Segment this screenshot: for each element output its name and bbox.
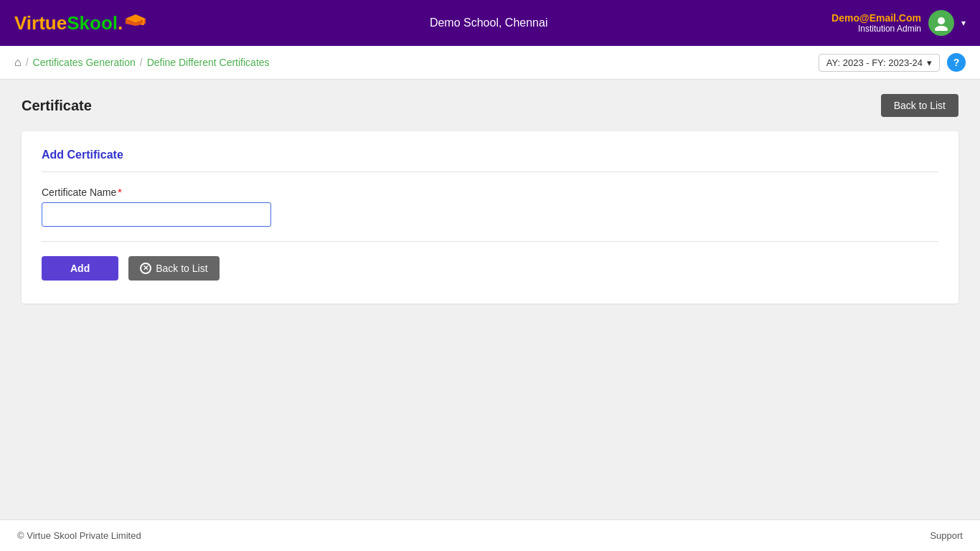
logo-skool: Skool xyxy=(67,12,118,34)
page-header: Certificate Back to List xyxy=(22,94,958,117)
user-avatar-icon xyxy=(933,15,949,31)
support-link[interactable]: Support xyxy=(930,530,963,541)
logo-dot: . xyxy=(118,12,123,34)
certificate-name-label: Certificate Name* xyxy=(42,187,938,198)
form-divider xyxy=(42,241,938,242)
svg-point-4 xyxy=(938,17,945,24)
logo-virtue: Virtue xyxy=(14,12,67,34)
breadcrumb: ⌂ / Certificates Generation / Define Dif… xyxy=(14,56,270,69)
breadcrumb-current: Define Different Certificates xyxy=(147,57,270,68)
user-email: Demo@Email.Com xyxy=(831,12,921,24)
footer: © Virtue Skool Private Limited Support xyxy=(0,519,980,551)
required-star: * xyxy=(118,187,121,198)
breadcrumb-right: AY: 2023 - FY: 2023-24 ▾ ? xyxy=(819,53,966,72)
back-to-list-button[interactable]: ✕ Back to List xyxy=(128,256,219,281)
user-details: Demo@Email.Com Institution Admin xyxy=(831,12,921,34)
ay-chevron-icon: ▾ xyxy=(927,57,932,68)
breadcrumb-sep-2: / xyxy=(140,57,143,68)
certificate-name-form-group: Certificate Name* xyxy=(42,187,938,227)
user-role: Institution Admin xyxy=(831,24,921,34)
help-button[interactable]: ? xyxy=(947,53,966,72)
svg-point-5 xyxy=(935,26,948,31)
ay-label: AY: 2023 - FY: 2023-24 xyxy=(826,57,923,68)
breadcrumb-link-certificates-generation[interactable]: Certificates Generation xyxy=(33,57,136,68)
breadcrumb-sep-1: / xyxy=(26,57,29,68)
main-content: Certificate Back to List Add Certificate… xyxy=(0,80,980,519)
logo: VirtueSkool. xyxy=(14,12,146,34)
svg-rect-2 xyxy=(143,19,144,23)
add-certificate-card: Add Certificate Certificate Name* Add ✕ … xyxy=(22,131,958,303)
logo-text: VirtueSkool. xyxy=(14,12,123,34)
form-actions: Add ✕ Back to List xyxy=(42,256,938,281)
avatar xyxy=(928,10,954,36)
home-icon[interactable]: ⌂ xyxy=(14,56,22,69)
back-to-list-top-button[interactable]: Back to List xyxy=(881,94,958,117)
certificate-name-input[interactable] xyxy=(42,202,271,227)
card-title: Add Certificate xyxy=(42,149,938,172)
graduation-cap-icon xyxy=(126,13,146,27)
school-name: Demo School, Chennai xyxy=(430,17,548,29)
add-button[interactable]: Add xyxy=(42,256,118,281)
user-menu-chevron[interactable]: ▾ xyxy=(961,18,966,28)
copyright: © Virtue Skool Private Limited xyxy=(17,530,141,541)
breadcrumb-bar: ⌂ / Certificates Generation / Define Dif… xyxy=(0,46,980,80)
user-info: Demo@Email.Com Institution Admin ▾ xyxy=(831,10,966,36)
ay-selector[interactable]: AY: 2023 - FY: 2023-24 ▾ xyxy=(819,54,940,72)
circle-x-icon: ✕ xyxy=(140,263,151,274)
page-title: Certificate xyxy=(22,98,92,114)
back-to-list-label: Back to List xyxy=(156,263,207,274)
app-header: VirtueSkool. Demo School, Chennai Demo@E… xyxy=(0,0,980,46)
